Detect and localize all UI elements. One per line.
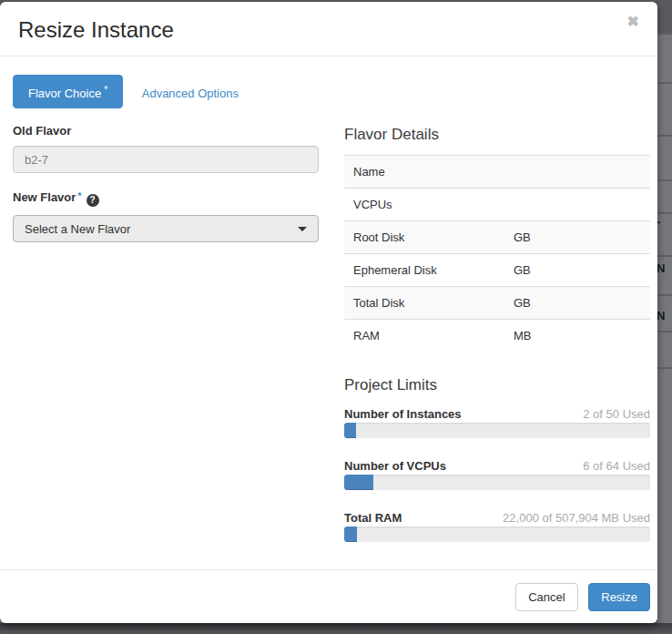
cancel-button[interactable]: Cancel: [515, 583, 577, 611]
flavor-detail-label: RAM: [344, 320, 504, 353]
new-flavor-select-value: Select a New Flavor: [25, 222, 130, 236]
flavor-detail-value: MB: [504, 320, 650, 353]
quota-progress-track: [344, 527, 650, 542]
project-limits-heading: Project Limits: [344, 376, 650, 394]
backdrop-text-fragment: N: [657, 310, 665, 322]
flavor-details-heading: Flavor Details: [344, 126, 650, 144]
flavor-form-column: Old Flavor New Flavor*? Select a New Fla…: [13, 124, 319, 563]
quota-label: Total RAM: [344, 511, 402, 525]
help-icon[interactable]: ?: [87, 194, 99, 207]
required-asterisk: *: [104, 85, 107, 95]
close-icon[interactable]: ✖: [627, 15, 639, 29]
quota-usage: 2 of 50 Used: [583, 407, 650, 421]
dialog-footer: Cancel Resize: [0, 569, 657, 623]
quota-label: Number of Instances: [344, 407, 462, 421]
backdrop-text-fragment: N: [657, 262, 665, 274]
table-row: RAM MB: [344, 320, 650, 353]
dialog-body: Flavor Choice* Advanced Options Old Flav…: [0, 56, 657, 569]
tab-bar: Flavor Choice* Advanced Options: [13, 75, 650, 108]
quota-usage: 22,000 of 507,904 MB Used: [503, 511, 650, 525]
flavor-detail-value: [504, 156, 650, 189]
flavor-detail-value: GB: [504, 254, 650, 287]
resize-instance-dialog: Resize Instance ✖ Flavor Choice* Advance…: [0, 2, 657, 623]
quota-usage: 6 of 64 Used: [583, 459, 650, 473]
table-row: Total Disk GB: [344, 287, 650, 320]
old-flavor-label: Old Flavor: [13, 124, 319, 138]
quota-progress-track: [344, 423, 650, 438]
flavor-detail-label: Name: [344, 156, 504, 189]
flavor-detail-label: VCPUs: [344, 189, 504, 221]
quota-instances: Number of Instances 2 of 50 Used: [344, 407, 650, 438]
flavor-detail-label: Ephemeral Disk: [344, 254, 504, 287]
tab-flavor-choice[interactable]: Flavor Choice*: [13, 75, 123, 108]
dialog-title: Resize Instance: [18, 16, 639, 44]
flavor-detail-value: [504, 189, 650, 221]
flavor-detail-label: Total Disk: [344, 287, 504, 320]
required-asterisk: *: [77, 190, 81, 201]
flavor-detail-label: Root Disk: [344, 221, 504, 254]
tab-advanced-options[interactable]: Advanced Options: [142, 87, 239, 100]
caret-down-icon: [298, 227, 307, 231]
table-row: Name: [344, 156, 650, 189]
table-row: VCPUs: [344, 189, 650, 221]
flavor-detail-value: GB: [504, 287, 650, 320]
old-flavor-input: [13, 146, 319, 173]
quota-progress-fill: [344, 475, 373, 490]
quota-vcpus: Number of VCPUs 6 of 64 Used: [344, 459, 650, 490]
backdrop-bottom-band: [0, 623, 672, 634]
tab-flavor-choice-label: Flavor Choice: [28, 87, 101, 100]
quota-progress-fill: [344, 423, 356, 438]
quota-label: Number of VCPUs: [344, 459, 446, 473]
new-flavor-label-text: New Flavor: [13, 190, 76, 204]
quota-ram: Total RAM 22,000 of 507,904 MB Used: [344, 511, 650, 542]
quota-progress-track: [344, 475, 650, 490]
details-column: Flavor Details Name VCPUs Root Disk: [344, 124, 650, 563]
resize-button[interactable]: Resize: [588, 583, 650, 611]
flavor-detail-value: GB: [504, 221, 650, 254]
flavor-details-table: Name VCPUs Root Disk GB Ephemeral Di: [344, 155, 650, 352]
quota-progress-fill: [344, 527, 357, 542]
table-row: Root Disk GB: [344, 221, 650, 254]
dialog-header: Resize Instance ✖: [0, 2, 657, 56]
new-flavor-select[interactable]: Select a New Flavor: [13, 215, 319, 242]
new-flavor-label: New Flavor*?: [13, 190, 319, 207]
table-row: Ephemeral Disk GB: [344, 254, 650, 287]
